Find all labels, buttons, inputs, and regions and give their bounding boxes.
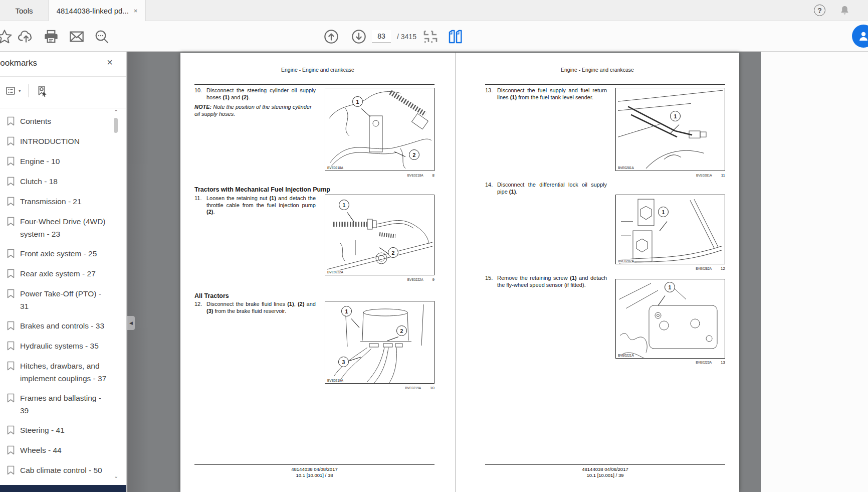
step-text: Remove the retaining screw (1) and detac…	[497, 275, 607, 288]
section-heading: All Tractors	[194, 292, 345, 299]
bookmark-item-4wd-system[interactable]: Four-Wheel Drive (4WD) system - 23	[7, 212, 110, 244]
figure-caption-code: BVE0219A	[405, 386, 421, 390]
page-footer: 48144038 04/08/2017 10.1 [10.001] / 39	[485, 466, 725, 478]
two-page-view-icon[interactable]	[448, 29, 464, 45]
bookmark-item-wheels[interactable]: Wheels - 44	[7, 440, 110, 460]
bookmark-item-label: Power Take-Off (PTO) - 31	[20, 287, 110, 312]
search-icon[interactable]	[94, 29, 110, 45]
step-13: 13. Disconnect the fuel supply and fuel …	[485, 87, 607, 101]
page-header: Engine - Engine and crankcase	[180, 67, 455, 73]
options-caret-icon: ▾	[19, 88, 21, 93]
bookmark-item-engine[interactable]: Engine - 10	[7, 151, 110, 172]
bookmark-item-label: Wheels - 44	[20, 444, 62, 457]
panel-divider	[0, 108, 127, 108]
figure-callout: 1	[339, 200, 349, 210]
page-total-label: / 3415	[397, 33, 416, 41]
help-icon[interactable]: ?	[814, 5, 825, 16]
document-pane[interactable]: ◀ Engine - Engine and crankcase 10. Disc…	[127, 52, 761, 492]
bookmark-item-label: Brakes and controls - 33	[20, 319, 104, 333]
footer-rule	[194, 464, 435, 465]
step-number: 12.	[194, 301, 206, 314]
figure-code-label: BVE0219A	[327, 379, 344, 382]
figure-caption-code: BVE0282A	[696, 267, 712, 270]
figure-caption: BVE0282A 12	[615, 266, 725, 271]
close-panel-icon[interactable]: ×	[107, 57, 113, 68]
footer-doc-id: 48144038 04/08/2017	[194, 466, 435, 472]
step-number: 13.	[485, 87, 497, 101]
bookmark-icon	[7, 217, 15, 240]
scroll-up-icon[interactable]: ⌃	[112, 109, 120, 116]
notifications-bell-icon[interactable]	[839, 5, 851, 17]
email-icon[interactable]	[69, 29, 85, 45]
bookmarks-panel-title: Bookmarks	[0, 58, 37, 68]
figure-callout: 2	[396, 325, 407, 336]
bookmark-item-label: Contents	[20, 115, 51, 128]
step-12: 12. Disconnect the brake fluid lines (1)…	[194, 301, 316, 314]
figure-line-art	[616, 195, 725, 264]
bookmark-item-cab-climate[interactable]: Cab climate control - 50	[7, 460, 110, 480]
scrollbar-thumb[interactable]	[114, 118, 118, 133]
bookmark-item-steering[interactable]: Steering - 41	[7, 420, 110, 440]
figure-number: 11	[721, 173, 725, 178]
bookmarks-scrollbar[interactable]: ⌃ ⌄	[112, 109, 120, 480]
figure-caption: BVE0218A 8	[325, 173, 435, 178]
document-sheet: Engine - Engine and crankcase 10. Discon…	[180, 53, 739, 492]
bookmark-item-hitches[interactable]: Hitches, drawbars, and implement couplin…	[7, 356, 110, 388]
figure-code-label: BVE0281A	[617, 166, 634, 170]
bookmark-item-contents[interactable]: Contents	[7, 111, 110, 131]
previous-page-icon[interactable]	[323, 29, 339, 45]
bookmark-icon	[7, 116, 15, 128]
panel-divider	[0, 76, 127, 77]
figure-flywheel-sensor: 1 BVE0221A	[615, 279, 725, 359]
bookmark-options-icon[interactable]: ▾	[5, 85, 21, 97]
bookmark-icon	[7, 393, 15, 417]
fit-page-icon[interactable]	[422, 29, 439, 45]
user-avatar[interactable]	[852, 25, 868, 48]
bookmark-icon	[7, 156, 15, 168]
bookmark-item-label: Transmission - 21	[20, 195, 82, 208]
bookmark-icon	[7, 289, 15, 312]
bookmark-item-frames[interactable]: Frames and ballasting - 39	[7, 388, 110, 420]
footer-section-page: 10.1 [10.001] / 39	[485, 472, 725, 478]
tab-document-label: 48144038-linked pd...	[57, 7, 129, 15]
figure-callout: 1	[341, 306, 352, 316]
figure-caption-code: BVE0222A	[407, 278, 423, 281]
page-number-input[interactable]	[372, 30, 391, 43]
figure-caption-code: BVE0281A	[696, 174, 712, 177]
bookmark-item-front-axle[interactable]: Front axle system - 25	[7, 244, 110, 264]
figure-number: 12	[721, 266, 725, 271]
figure-throttle-cable: 1 2 BVE0222A	[325, 195, 435, 275]
step-11: 11. Loosen the retaining nut (1) and det…	[194, 195, 316, 216]
step-text: Disconnect the differential lock oil sup…	[497, 182, 607, 195]
collapse-panel-icon[interactable]: ◀	[127, 316, 135, 330]
bookmark-item-rear-axle[interactable]: Rear axle system - 27	[7, 264, 110, 284]
step-15: 15. Remove the retaining screw (1) and d…	[485, 275, 607, 288]
header-rule	[485, 84, 725, 85]
bookmark-item-pto[interactable]: Power Take-Off (PTO) - 31	[7, 284, 110, 316]
bookmark-item-label: Hydraulic systems - 35	[20, 340, 99, 353]
bookmark-item-label: Rear axle system - 27	[20, 267, 96, 280]
bookmark-item-transmission[interactable]: Transmission - 21	[7, 192, 110, 212]
print-icon[interactable]	[43, 29, 59, 45]
scroll-down-icon[interactable]: ⌄	[112, 473, 120, 480]
figure-diff-lock-pipe: 1 BVE0282A	[615, 195, 725, 264]
cloud-upload-icon[interactable]	[18, 29, 34, 45]
tab-close-icon[interactable]: ×	[134, 8, 138, 14]
figure-callout: 2	[388, 247, 398, 258]
locate-current-bookmark-icon[interactable]	[36, 84, 49, 97]
bookmark-item-hydraulic[interactable]: Hydraulic systems - 35	[7, 336, 110, 356]
next-page-icon[interactable]	[351, 29, 367, 45]
tab-document[interactable]: 48144038-linked pd... ×	[49, 0, 146, 21]
bookmark-item-clutch[interactable]: Clutch - 18	[7, 172, 110, 192]
step-text: Disconnect the brake fluid lines (1), (2…	[206, 301, 316, 314]
bookmark-icon	[7, 361, 15, 385]
bookmark-item-introduction[interactable]: INTRODUCTION	[7, 131, 110, 151]
figure-number: 9	[432, 277, 435, 282]
bookmark-item-brakes[interactable]: Brakes and controls - 33	[7, 316, 110, 336]
figure-line-art	[616, 88, 725, 171]
bookmark-icon	[7, 249, 15, 260]
figure-callout: 1	[665, 282, 675, 292]
tab-tools[interactable]: Tools	[0, 0, 49, 21]
favorite-star-icon[interactable]	[0, 29, 13, 45]
content-area: Bookmarks × ▾ Contents INTRODUCTION Eng	[0, 52, 868, 492]
